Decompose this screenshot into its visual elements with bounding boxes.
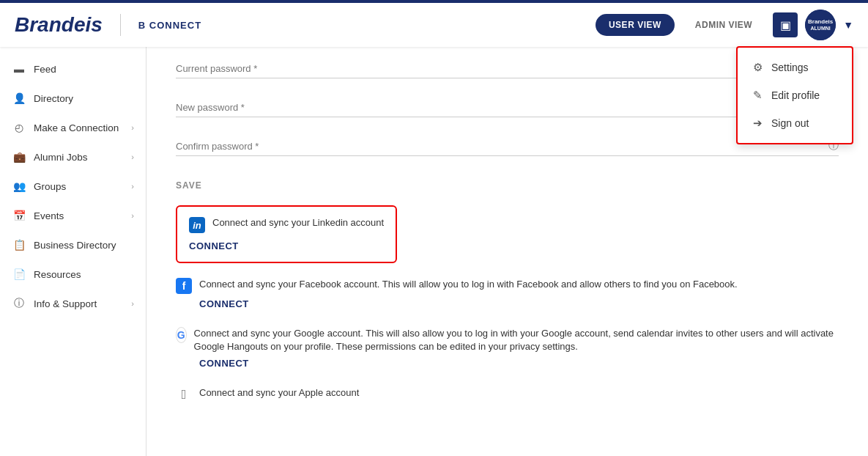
feed-icon: ▬ bbox=[12, 62, 26, 76]
alumni-jobs-chevron-icon: › bbox=[131, 152, 134, 161]
facebook-row: f Connect and sync your Facebook account… bbox=[176, 278, 839, 294]
edit-pencil-icon: ✎ bbox=[751, 89, 764, 102]
sign-out-icon: ➔ bbox=[751, 117, 764, 130]
linkedin-connect-card: in Connect and sync your Linkedin accoun… bbox=[176, 205, 397, 263]
directory-icon: 👤 bbox=[12, 91, 26, 106]
save-password-button[interactable]: SAVE bbox=[176, 180, 202, 191]
brand-divider bbox=[120, 14, 121, 36]
facebook-icon: f bbox=[176, 278, 192, 294]
sidebar-item-events[interactable]: 📅 Events › bbox=[0, 201, 146, 230]
resources-icon: 📄 bbox=[12, 267, 26, 282]
top-navigation: Brandeis B CONNECT USER VIEW ADMIN VIEW … bbox=[0, 0, 868, 47]
nav-right: USER VIEW ADMIN VIEW ▣ Brandeis ALUMNI ▼… bbox=[596, 10, 853, 40]
sidebar-item-alumni-jobs[interactable]: 💼 Alumni Jobs › bbox=[0, 142, 146, 172]
google-connect-section: G Connect and sync your Google account. … bbox=[176, 327, 839, 369]
avatar-sublabel: ALUMNI bbox=[811, 26, 831, 32]
sidebar-item-business-directory-label: Business Directory bbox=[34, 240, 116, 251]
sidebar-item-info-support[interactable]: ⓘ Info & Support › bbox=[0, 289, 146, 318]
sidebar-item-info-support-label: Info & Support bbox=[34, 298, 97, 309]
make-connection-icon: ◴ bbox=[12, 120, 26, 135]
groups-icon: 👥 bbox=[12, 179, 26, 194]
brand-name: Brandeis bbox=[15, 13, 103, 37]
sidebar-item-events-label: Events bbox=[34, 210, 64, 221]
facebook-text: Connect and sync your Facebook account. … bbox=[199, 278, 738, 291]
apple-icon:  bbox=[176, 386, 192, 402]
admin-view-button[interactable]: ADMIN VIEW bbox=[682, 14, 765, 36]
profile-dropdown-menu: ⚙ Settings ✎ Edit profile ➔ Sign out bbox=[736, 46, 853, 144]
business-directory-icon: 📋 bbox=[12, 238, 26, 252]
alumni-jobs-icon: 💼 bbox=[12, 150, 26, 164]
sidebar-item-alumni-jobs-label: Alumni Jobs bbox=[34, 152, 88, 163]
sidebar-item-groups-label: Groups bbox=[34, 181, 66, 192]
sidebar: ▬ Feed 👤 Directory ◴ Make a Connection ›… bbox=[0, 47, 146, 456]
google-connect-button[interactable]: CONNECT bbox=[176, 358, 839, 369]
chat-icon-button[interactable]: ▣ bbox=[773, 12, 798, 37]
sidebar-item-directory[interactable]: 👤 Directory bbox=[0, 84, 146, 113]
info-support-chevron-icon: › bbox=[131, 299, 134, 308]
dropdown-edit-profile-item[interactable]: ✎ Edit profile bbox=[738, 81, 852, 109]
new-password-input[interactable] bbox=[176, 102, 824, 113]
groups-chevron-icon: › bbox=[131, 182, 134, 191]
settings-icon: ⚙ bbox=[751, 61, 764, 74]
events-icon: 📅 bbox=[12, 208, 26, 223]
brand-logo: Brandeis B CONNECT bbox=[15, 13, 201, 37]
sidebar-item-groups[interactable]: 👥 Groups › bbox=[0, 172, 146, 201]
sidebar-item-make-connection-label: Make a Connection bbox=[34, 122, 119, 133]
dropdown-settings-label: Settings bbox=[771, 62, 809, 73]
linkedin-card-row: in Connect and sync your Linkedin accoun… bbox=[189, 217, 384, 233]
sidebar-item-feed-label: Feed bbox=[34, 64, 56, 75]
google-row: G Connect and sync your Google account. … bbox=[176, 327, 839, 353]
avatar-button[interactable]: Brandeis ALUMNI bbox=[805, 10, 836, 40]
facebook-connect-section: f Connect and sync your Facebook account… bbox=[176, 278, 839, 309]
dropdown-settings-item[interactable]: ⚙ Settings bbox=[738, 54, 852, 81]
user-view-button[interactable]: USER VIEW bbox=[596, 14, 675, 36]
dropdown-sign-out-label: Sign out bbox=[771, 117, 809, 129]
brand-connect-label: B CONNECT bbox=[138, 20, 201, 31]
sidebar-item-resources[interactable]: 📄 Resources bbox=[0, 260, 146, 289]
sidebar-item-resources-label: Resources bbox=[34, 269, 81, 280]
avatar: Brandeis ALUMNI bbox=[805, 10, 836, 40]
chat-icon: ▣ bbox=[780, 18, 791, 32]
dropdown-sign-out-item[interactable]: ➔ Sign out bbox=[738, 109, 852, 137]
current-password-input[interactable] bbox=[176, 63, 824, 74]
apple-connect-section:  Connect and sync your Apple account bbox=[176, 386, 839, 402]
linkedin-card-text: Connect and sync your Linkedin account bbox=[212, 217, 384, 228]
facebook-connect-button[interactable]: CONNECT bbox=[176, 298, 839, 309]
linkedin-icon: in bbox=[189, 217, 205, 233]
confirm-password-input[interactable] bbox=[176, 141, 824, 152]
linkedin-connect-button[interactable]: CONNECT bbox=[189, 240, 384, 251]
avatar-label: Brandeis bbox=[808, 18, 833, 26]
apple-row:  Connect and sync your Apple account bbox=[176, 386, 839, 402]
sidebar-item-directory-label: Directory bbox=[34, 93, 73, 104]
apple-text: Connect and sync your Apple account bbox=[199, 386, 359, 400]
sidebar-item-feed[interactable]: ▬ Feed bbox=[0, 54, 146, 84]
sidebar-item-make-connection[interactable]: ◴ Make a Connection › bbox=[0, 113, 146, 142]
events-chevron-icon: › bbox=[131, 211, 134, 220]
google-text: Connect and sync your Google account. Th… bbox=[194, 327, 839, 353]
google-icon: G bbox=[176, 327, 187, 343]
make-connection-chevron-icon: › bbox=[131, 123, 134, 132]
avatar-chevron-icon[interactable]: ▼ bbox=[843, 19, 853, 31]
dropdown-edit-profile-label: Edit profile bbox=[771, 89, 820, 101]
info-support-icon: ⓘ bbox=[12, 296, 26, 311]
sidebar-item-business-directory[interactable]: 📋 Business Directory bbox=[0, 230, 146, 260]
